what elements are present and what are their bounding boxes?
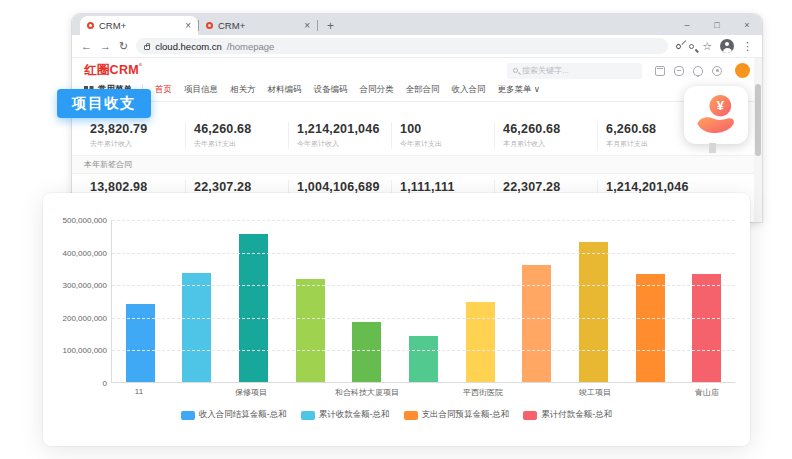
x-label-9: 竣工项目 <box>567 387 623 398</box>
calendar-icon[interactable] <box>655 66 665 76</box>
chart-panel: 11保修项目和合科技大厦项目平西街医院竣工项目青山庙 收入合同结算金额-总和累计… <box>43 193 750 446</box>
project-income-expense-badge[interactable]: 项目收支 <box>57 89 151 118</box>
browser-toolbar: ← → ↻ cloud.hecom.cn/homepage ☆ ⋮ <box>72 35 762 58</box>
nav-item-9[interactable]: 收入合同 <box>452 84 486 96</box>
y-tick-label: 400,000,000 <box>45 249 107 258</box>
nav-item-10[interactable]: 更多菜单 ∨ <box>498 84 541 96</box>
bar-3[interactable] <box>239 234 268 382</box>
legend-item-3[interactable]: 支出合同预算金额-总和 <box>404 409 510 421</box>
stat-label: 今年累计收入 <box>297 139 391 149</box>
bookmark-star-icon[interactable]: ☆ <box>702 41 712 52</box>
x-label-7: 平西街医院 <box>455 387 511 398</box>
x-label-6 <box>399 387 455 398</box>
bar-5[interactable] <box>352 322 381 382</box>
bar-4[interactable] <box>296 279 325 382</box>
x-label-5: 和合科技大厦项目 <box>335 387 399 398</box>
x-label-10 <box>623 387 679 398</box>
bar-slot <box>395 220 452 382</box>
bell-icon[interactable] <box>693 66 703 76</box>
stat-item: 23,820.79去年累计收入 <box>82 122 185 149</box>
yuan-hand-icon: ¥ <box>693 92 739 138</box>
stat-value: 1,111,111 <box>400 180 494 194</box>
user-avatar[interactable] <box>735 63 750 78</box>
browser-menu-icon[interactable]: ⋮ <box>742 41 753 52</box>
legend-swatch <box>404 411 418 420</box>
stat-label: 去年累计收入 <box>90 139 185 149</box>
nav-item-3[interactable]: 项目信息 <box>184 84 218 96</box>
bar-8[interactable] <box>522 265 551 382</box>
tab-title: CRM+ <box>218 20 299 31</box>
x-label-4 <box>279 387 335 398</box>
tab-close-icon[interactable]: × <box>304 21 310 31</box>
reload-icon[interactable]: ↻ <box>119 41 128 52</box>
tab-crm-2[interactable]: CRM+ × <box>199 16 317 35</box>
stat-value: 46,260.68 <box>194 122 288 136</box>
yuan-symbol: ¥ <box>717 98 725 113</box>
nav-item-4[interactable]: 相关方 <box>230 84 256 96</box>
stat-value: 1,214,201,046 <box>606 180 700 194</box>
nav-item-2[interactable]: 首页 <box>155 84 172 96</box>
stat-item: 1,214,201,046今年累计收入 <box>288 122 391 149</box>
bar-11[interactable] <box>692 274 721 382</box>
legend-item-4[interactable]: 累计付款金额-总和 <box>523 409 612 421</box>
settings-icon[interactable] <box>712 66 722 76</box>
bar-9[interactable] <box>579 242 608 382</box>
search-input[interactable]: 搜索关键字... <box>507 63 642 79</box>
forward-icon[interactable]: → <box>100 41 111 52</box>
nav-item-5[interactable]: 材料编码 <box>268 84 302 96</box>
tab-close-icon[interactable]: × <box>185 21 191 31</box>
bar-7[interactable] <box>466 302 495 382</box>
money-icon-card[interactable]: ¥ <box>684 86 748 144</box>
bar-slot <box>565 220 622 382</box>
stat-item: 46,260.68本月累计收入 <box>494 122 597 149</box>
page-scrollbar[interactable] <box>754 58 762 222</box>
bar-1[interactable] <box>126 304 155 382</box>
stat-item: 100今年累计支出 <box>391 122 494 149</box>
crm-logo: 红圈CRM° <box>84 62 142 79</box>
x-label-2 <box>167 387 223 398</box>
window-controls: – □ × <box>672 14 762 35</box>
nav-item-8[interactable]: 全部合同 <box>406 84 440 96</box>
bar-slot <box>225 220 282 382</box>
bar-10[interactable] <box>636 274 665 382</box>
legend-swatch <box>523 411 537 420</box>
message-icon[interactable] <box>674 66 684 76</box>
stat-value: 23,820.79 <box>90 122 185 136</box>
lock-icon <box>144 45 150 50</box>
section-title: 本年新签合同 <box>72 155 762 174</box>
nav-item-7[interactable]: 合同分类 <box>360 84 394 96</box>
minimize-button[interactable]: – <box>672 14 702 35</box>
close-button[interactable]: × <box>732 14 762 35</box>
bar-slot <box>282 220 339 382</box>
legend-swatch <box>301 411 315 420</box>
search-placeholder: 搜索关键字... <box>522 65 569 76</box>
url-path: /homepage <box>227 41 275 52</box>
legend-item-1[interactable]: 收入合同结算金额-总和 <box>181 409 287 421</box>
y-tick-label: 300,000,000 <box>45 281 107 290</box>
stat-item: 46,260.68去年累计支出 <box>185 122 288 149</box>
zoom-icon[interactable] <box>689 44 694 49</box>
url-domain: cloud.hecom.cn <box>155 41 222 52</box>
browser-profile-avatar[interactable] <box>720 39 734 53</box>
scrollbar-thumb[interactable] <box>755 84 761 156</box>
back-icon[interactable]: ← <box>81 41 92 52</box>
bar-slot <box>169 220 226 382</box>
gridline <box>112 253 735 254</box>
bar-6[interactable] <box>409 336 438 382</box>
tab-crm-1[interactable]: CRM+ × <box>80 16 198 35</box>
chart-legend: 收入合同结算金额-总和累计收款金额-总和支出合同预算金额-总和累计付款金额-总和 <box>43 409 750 421</box>
new-tab-button[interactable]: + <box>327 20 334 32</box>
bar-2[interactable] <box>182 273 211 382</box>
legend-label: 累计收款金额-总和 <box>319 409 390 421</box>
cursor-stem <box>709 143 716 153</box>
legend-swatch <box>181 411 195 420</box>
nav-item-6[interactable]: 设备编码 <box>314 84 348 96</box>
maximize-button[interactable]: □ <box>702 14 732 35</box>
key-icon[interactable] <box>675 42 682 49</box>
crm-header: 红圈CRM° 搜索关键字... <box>72 58 762 81</box>
gridline <box>112 318 735 319</box>
tab-title: CRM+ <box>99 20 180 31</box>
bar-slot <box>112 220 169 382</box>
address-bar[interactable]: cloud.hecom.cn/homepage <box>136 38 668 54</box>
legend-item-2[interactable]: 累计收款金额-总和 <box>301 409 390 421</box>
